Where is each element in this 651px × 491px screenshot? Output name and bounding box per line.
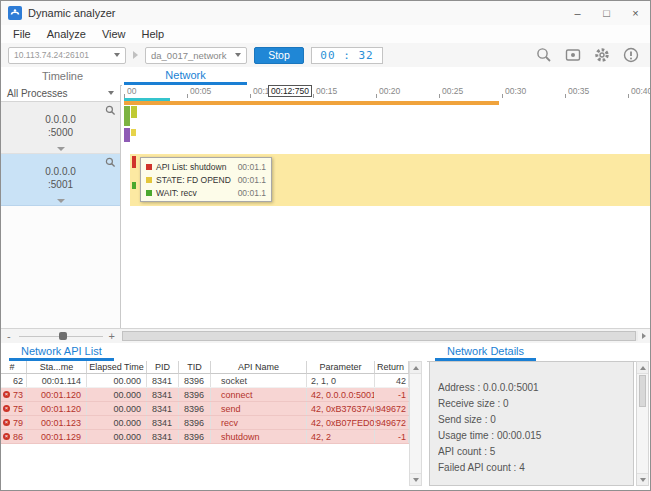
ruler-tick: 00:05 (187, 86, 211, 96)
cell-num: 62 (1, 374, 27, 387)
wait-swatch-icon (146, 190, 152, 196)
cell-start: 00:01.129 (27, 430, 87, 443)
chart-segment (132, 156, 136, 168)
scroll-down-button[interactable] (410, 473, 421, 485)
failed-icon (3, 433, 10, 440)
ruler-tick: 00 (124, 86, 136, 96)
chart-segment (124, 106, 130, 126)
tab-timeline[interactable]: Timeline (1, 67, 124, 85)
info-icon[interactable] (622, 46, 640, 64)
zoom-in-button[interactable]: + (109, 329, 115, 343)
cell-start: 00:01.120 (27, 388, 87, 401)
window-controls: – □ × (563, 1, 650, 25)
search-icon[interactable] (535, 46, 553, 64)
tab-network-details[interactable]: Network Details (435, 343, 536, 361)
tab-network[interactable]: Network (124, 67, 247, 85)
tooltip-row: WAIT: recv 00:01.1 (146, 186, 266, 199)
failed-icon (3, 419, 10, 426)
network-details-panel: Network Details Address : 0.0.0.0:5001 R… (427, 343, 649, 490)
chart-tooltip: API List: shutdown 00:01.1 STATE: FD OPE… (140, 157, 272, 202)
col-return[interactable]: Return (375, 361, 409, 374)
menu-analyze[interactable]: Analyze (39, 28, 94, 40)
expand-caret-icon[interactable] (57, 147, 65, 151)
ruler-tick: 00:20 (376, 86, 400, 96)
tab-network-api-list[interactable]: Network API List (9, 343, 114, 361)
table-row-failed[interactable]: 79 00:01.123 00.000 8341 8396 recv 42, 0… (1, 416, 409, 430)
scroll-down-button[interactable] (637, 473, 648, 485)
chart-scroll-row: - + (1, 328, 650, 343)
zoom-slider-thumb[interactable] (59, 332, 67, 340)
menu-view[interactable]: View (94, 28, 134, 40)
tooltip-time: 00:01.1 (232, 175, 266, 185)
cell-start: 00:01.114 (27, 374, 87, 387)
col-elapsed[interactable]: Elapsed Time (87, 361, 147, 374)
chevron-right-icon (133, 51, 138, 59)
col-num[interactable]: # (1, 361, 27, 374)
process-panel: All Processes 0.0.0.0 :5000 0.0.0.0 :500… (1, 85, 121, 328)
h-scrollbar-thumb[interactable] (122, 331, 636, 341)
process-row-5000[interactable]: 0.0.0.0 :5000 (1, 102, 120, 154)
arrow-down-icon (413, 478, 419, 482)
stop-button[interactable]: Stop (254, 47, 304, 64)
row-zoom-icon[interactable] (105, 105, 116, 116)
scroll-up-button[interactable] (637, 362, 648, 374)
cell-num: 73 (1, 388, 27, 401)
cell-pid: 8341 (147, 416, 179, 429)
chevron-down-icon (235, 53, 241, 57)
time-marker: 00:12:750 (268, 85, 312, 97)
table-row[interactable]: 62 00:01.114 00.000 8341 8396 socket 2, … (1, 374, 409, 388)
device-select[interactable]: 10.113.74.24:26101 (8, 47, 126, 64)
ruler-tick: 00:25 (439, 86, 463, 96)
cell-num: 86 (1, 430, 27, 443)
col-pid[interactable]: PID (147, 361, 179, 374)
scroll-right-button[interactable] (639, 331, 649, 341)
cell-api: recv (211, 416, 307, 429)
cell-tid: 8396 (179, 430, 211, 443)
cell-return: -1 (375, 430, 409, 443)
detail-receive-size: Receive size : 0 (438, 398, 625, 414)
tooltip-label: WAIT: recv (156, 188, 197, 198)
screenshot-icon[interactable] (564, 46, 582, 64)
detail-failed-count: Failed API count : 4 (438, 462, 625, 478)
cell-num: 79 (1, 416, 27, 429)
row-zoom-icon[interactable] (105, 157, 116, 168)
col-tid[interactable]: TID (179, 361, 211, 374)
process-row-5001-selected[interactable]: 0.0.0.0 :5001 (1, 154, 120, 206)
maximize-button[interactable]: □ (592, 1, 621, 25)
menu-file[interactable]: File (5, 28, 39, 40)
cell-start: 00:01.123 (27, 416, 87, 429)
col-api[interactable]: API Name (211, 361, 307, 374)
process-port: :5000 (1, 126, 120, 139)
menu-help[interactable]: Help (134, 28, 173, 40)
cell-pid: 8341 (147, 402, 179, 415)
col-start[interactable]: Sta...me (27, 361, 87, 374)
cell-return: 42949672 (375, 402, 409, 415)
zoom-out-button[interactable]: - (7, 329, 11, 343)
cell-pid: 8341 (147, 430, 179, 443)
process-filter-select[interactable]: All Processes (1, 85, 120, 102)
zoom-control: - + (1, 329, 121, 343)
chart-segment (131, 106, 137, 118)
details-v-scrollbar[interactable] (636, 361, 649, 486)
expand-caret-icon[interactable] (57, 199, 65, 203)
table-row-failed[interactable]: 73 00:01.120 00.000 8341 8396 connect 42… (1, 388, 409, 402)
minimize-button[interactable]: – (563, 1, 592, 25)
timeline-chart[interactable]: 00 00:05 00:10 00:15 00:20 00:25 00:30 0… (122, 85, 651, 328)
cell-return: 42949672 (375, 416, 409, 429)
col-param[interactable]: Parameter (307, 361, 375, 374)
api-table: # Sta...me Elapsed Time PID TID API Name… (1, 361, 409, 486)
h-scrollbar-track[interactable] (122, 331, 638, 341)
trace-timer: 00 : 32 (311, 47, 383, 64)
target-app-select[interactable]: da_0017_network (145, 47, 247, 64)
table-row-failed[interactable]: 86 00:01.129 00.000 8341 8396 shutdown 4… (1, 430, 409, 444)
cell-param: 42, 0.0.0.0:5001 (307, 388, 375, 401)
table-v-scrollbar[interactable] (409, 361, 422, 486)
table-row-failed[interactable]: 75 00:01.120 00.000 8341 8396 send 42, 0… (1, 402, 409, 416)
scroll-up-button[interactable] (410, 362, 421, 374)
cell-api: shutdown (211, 430, 307, 443)
close-button[interactable]: × (621, 1, 650, 25)
details-scroll-thumb[interactable] (639, 375, 646, 407)
settings-gear-icon[interactable] (593, 46, 611, 64)
chart-segment (131, 129, 136, 136)
app-logo-icon (8, 6, 22, 20)
